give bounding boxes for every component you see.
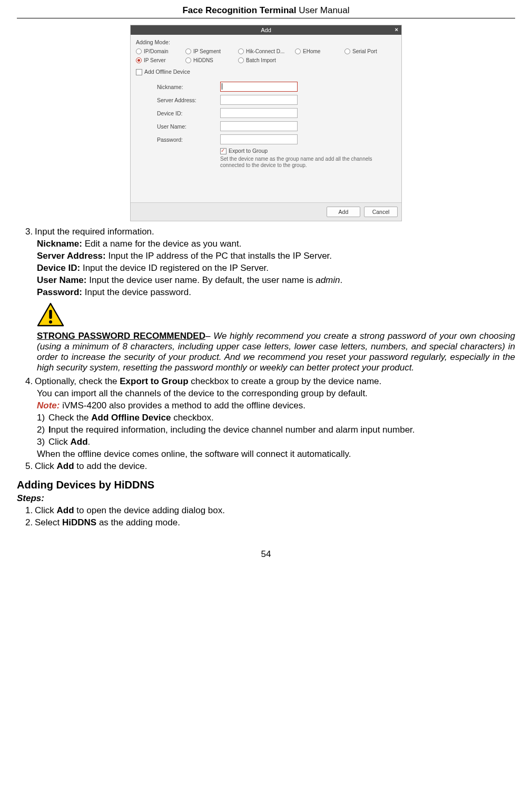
radio-hik-connect-label: Hik-Connect D... (246, 48, 284, 54)
user-def-admin: admin (316, 275, 340, 285)
step3-intro: Input the required information. (35, 227, 154, 237)
adding-mode-label: Adding Mode: (136, 39, 396, 45)
step4-p1c: checkbox to create a group by the device… (189, 376, 382, 386)
device-def-label: Device ID: (37, 263, 80, 273)
server-address-label: Server Address: (136, 97, 220, 103)
export-to-group-label: Export to Group (229, 148, 268, 154)
substep1-c: checkbox. (171, 413, 213, 423)
radio-ip-domain[interactable]: IP/Domain (136, 48, 185, 54)
user-name-label: User Name: (136, 123, 220, 130)
substep1-b: Add Offline Device (91, 413, 171, 423)
dialog-title-text: Add (261, 27, 271, 33)
radio-serial-port[interactable]: Serial Port (344, 48, 377, 54)
radio-hiddns[interactable]: HiDDNS (185, 57, 238, 63)
section-heading: Adding Devices by HiDDNS (17, 479, 515, 491)
steps-label: Steps: (17, 493, 515, 504)
sec-step1-a: Click (35, 505, 57, 515)
user-def-text2: . (340, 275, 343, 285)
password-label: Password: (136, 136, 220, 143)
cancel-button[interactable]: Cancel (364, 207, 398, 217)
user-def-label: User Name: (37, 275, 87, 285)
add-offline-label: Add Offline Device (144, 69, 190, 75)
step3-num: 3. (25, 227, 35, 237)
radio-ip-domain-label: IP/Domain (144, 48, 169, 54)
page-header: Face Recognition Terminal User Manual (17, 5, 515, 18)
sec-step1-num: 1. (25, 505, 35, 516)
step4-num: 4. (25, 376, 35, 387)
step5-num: 5. (25, 461, 35, 472)
sec-step2-a: Select (35, 517, 62, 527)
step5-b: Add (57, 461, 74, 471)
radio-ehome[interactable]: EHome (295, 48, 344, 54)
substep3-c: . (88, 437, 91, 447)
password-warning-block: STRONG PASSWORD RECOMMENDED– We highly r… (17, 331, 515, 373)
step4-p2: You can import all the channels of the d… (17, 388, 515, 399)
nickname-input[interactable] (220, 82, 298, 92)
sec-step2-b: HiDDNS (62, 517, 96, 527)
substep3-b: Add (71, 437, 88, 447)
radio-ip-segment[interactable]: IP Segment (185, 48, 238, 54)
export-to-group-checkbox[interactable] (220, 148, 226, 154)
password-input[interactable] (220, 134, 298, 144)
substep3-a: Click (48, 437, 71, 447)
close-icon[interactable]: × (395, 26, 398, 33)
user-name-input[interactable] (220, 121, 298, 131)
pass-def-text: Input the device password. (82, 287, 191, 297)
sec-step1-b: Add (57, 505, 74, 515)
header-title-bold: Face Recognition Terminal (182, 5, 296, 15)
add-offline-checkbox[interactable] (136, 69, 142, 75)
step4-p1a: Optionally, check the (35, 376, 120, 386)
substep2-b: nput the required information, including… (51, 425, 415, 435)
radio-ip-segment-label: IP Segment (193, 48, 221, 54)
radio-batch-import-label: Batch Import (246, 57, 276, 63)
sec-step2-c: as the adding mode. (96, 517, 180, 527)
add-device-dialog: Add × Adding Mode: IP/Domain IP Segment … (130, 25, 402, 221)
radio-ip-server[interactable]: IP Server (136, 57, 185, 63)
radio-hik-connect[interactable]: Hik-Connect D... (238, 48, 295, 54)
radio-ehome-label: EHome (303, 48, 320, 54)
device-id-label: Device ID: (136, 110, 220, 116)
nickname-label: Nickname: (136, 84, 220, 90)
server-address-input[interactable] (220, 95, 298, 105)
radio-hiddns-label: HiDDNS (193, 57, 213, 63)
svg-point-2 (49, 320, 52, 324)
step5-c: to add the device. (74, 461, 147, 471)
nickname-def-label: Nickname: (37, 239, 82, 249)
dialog-titlebar: Add × (131, 25, 401, 35)
export-note-text: Set the device name as the group name an… (136, 156, 383, 169)
password-warning-heading: STRONG PASSWORD RECOMMENDED (37, 331, 205, 341)
substep3-num: 3) (37, 437, 48, 447)
substep1-a: Check the (48, 413, 91, 423)
sec-step1-c: to open the device adding dialog box. (74, 505, 225, 515)
pass-def-label: Password: (37, 287, 82, 297)
device-def-text: Input the device ID registered on the IP… (80, 263, 269, 273)
step5-a: Click (35, 461, 57, 471)
page-number: 54 (17, 549, 515, 560)
substep1-num: 1) (37, 413, 48, 423)
device-id-input[interactable] (220, 108, 298, 118)
sec-step2-num: 2. (25, 517, 35, 528)
svg-rect-1 (49, 310, 52, 319)
step4-p3: When the offline device comes online, th… (17, 449, 515, 459)
warning-icon (37, 302, 64, 327)
user-def-text1: Input the device user name. By default, … (87, 275, 316, 285)
nickname-def-text: Edit a name for the device as you want. (82, 239, 241, 249)
note-label: Note: (37, 400, 60, 410)
radio-serial-port-label: Serial Port (352, 48, 377, 54)
server-def-text: Input the IP address of the PC that inst… (106, 251, 332, 261)
server-def-label: Server Address: (37, 251, 106, 261)
note-text: iVMS-4200 also provides a method to add … (60, 400, 306, 410)
radio-batch-import[interactable]: Batch Import (238, 57, 276, 63)
radio-ip-server-label: IP Server (144, 57, 166, 63)
substep2-num: 2) (37, 425, 48, 435)
add-button[interactable]: Add (327, 207, 360, 217)
header-title-plain: User Manual (296, 5, 349, 15)
step4-p1b: Export to Group (120, 376, 188, 386)
